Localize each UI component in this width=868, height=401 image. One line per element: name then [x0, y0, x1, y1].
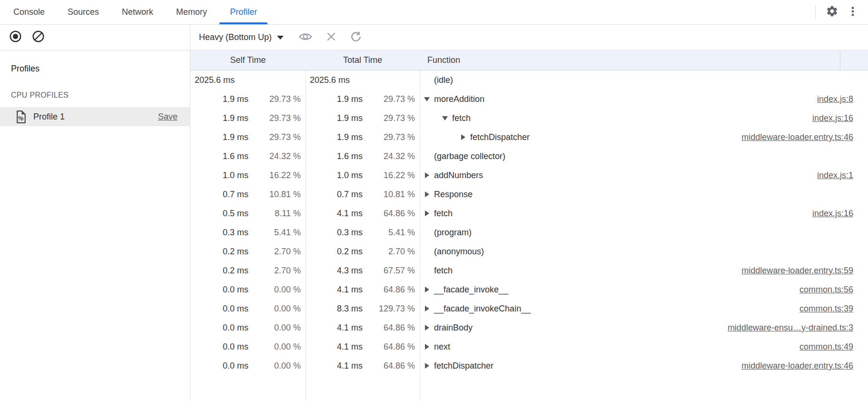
- function-cell: __facade_invoke__common.ts:56: [420, 280, 868, 299]
- cpu-profiles-section-title: CPU PROFILES: [11, 91, 190, 100]
- time-value: 1.9 ms: [190, 94, 248, 104]
- source-link[interactable]: middleware-loader.entry.ts:46: [741, 132, 868, 142]
- time-value: 2025.6 ms: [306, 75, 363, 85]
- time-value: 0.7 ms: [190, 190, 248, 200]
- time-value: 0.5 ms: [190, 209, 248, 219]
- profile-list-item[interactable]: % Profile 1 Save: [0, 107, 190, 126]
- source-link[interactable]: index.js:1: [817, 170, 868, 180]
- triangle-down-icon[interactable]: [424, 96, 434, 102]
- source-link[interactable]: common.ts:56: [799, 285, 868, 295]
- percent-value: 24.32 %: [248, 151, 301, 161]
- percent-value: 67.57 %: [363, 266, 415, 276]
- function-name: (anonymous): [434, 247, 484, 257]
- column-header-function[interactable]: Function: [420, 55, 868, 65]
- tab-sources[interactable]: Sources: [56, 0, 110, 24]
- source-link[interactable]: middleware-loader.entry.ts:46: [741, 361, 868, 371]
- tree-row[interactable]: 0.0 ms0.00 %4.1 ms64.86 %nextcommon.ts:4…: [190, 337, 868, 356]
- source-link[interactable]: common.ts:49: [799, 342, 868, 352]
- time-value: 1.6 ms: [190, 151, 248, 161]
- time-value: 1.9 ms: [306, 94, 363, 104]
- triangle-right-icon[interactable]: [424, 362, 434, 369]
- source-link[interactable]: index.js:8: [817, 94, 868, 104]
- percent-value: 0.00 %: [248, 342, 301, 352]
- view-mode-dropdown[interactable]: Heavy (Bottom Up): [199, 32, 284, 42]
- function-name: (garbage collector): [434, 151, 505, 161]
- triangle-right-icon[interactable]: [424, 324, 434, 331]
- more-options-button[interactable]: [843, 3, 862, 22]
- tree-row[interactable]: 1.9 ms29.73 %1.9 ms29.73 %fetchDispatche…: [190, 128, 868, 147]
- tab-network[interactable]: Network: [110, 0, 165, 24]
- total-time-cell: 8.3 ms129.73 %: [306, 299, 420, 318]
- percent-value: 2.70 %: [248, 247, 301, 257]
- tab-memory[interactable]: Memory: [165, 0, 218, 24]
- column-header-total-time[interactable]: Total Time: [306, 55, 420, 65]
- percent-value: 0.00 %: [248, 304, 301, 314]
- grid-rows: 2025.6 ms2025.6 ms(idle)1.9 ms29.73 %1.9…: [190, 70, 868, 401]
- time-value: 1.9 ms: [190, 113, 248, 123]
- triangle-down-icon[interactable]: [442, 115, 452, 121]
- triangle-right-icon[interactable]: [424, 191, 434, 198]
- triangle-right-icon[interactable]: [424, 305, 434, 312]
- percent-document-icon: %: [15, 110, 27, 124]
- total-time-cell: 2025.6 ms: [306, 70, 420, 90]
- triangle-right-icon[interactable]: [424, 343, 434, 350]
- delete-profile-button[interactable]: [322, 28, 341, 47]
- source-link[interactable]: middleware-loader.entry.ts:59: [741, 266, 868, 276]
- triangle-right-icon[interactable]: [460, 134, 470, 140]
- arrow-spacer: [424, 248, 434, 255]
- tree-row[interactable]: 1.9 ms29.73 %1.9 ms29.73 %moreAdditionin…: [190, 90, 868, 109]
- tree-row[interactable]: 0.0 ms0.00 %4.1 ms64.86 %drainBodymiddle…: [190, 318, 868, 337]
- save-profile-link[interactable]: Save: [158, 112, 178, 122]
- source-link[interactable]: common.ts:39: [799, 304, 868, 314]
- eye-icon: [298, 31, 313, 44]
- triangle-right-icon[interactable]: [424, 172, 434, 179]
- tree-row[interactable]: 0.0 ms0.00 %4.1 ms64.86 %fetchDispatcher…: [190, 356, 868, 375]
- clear-profiles-button[interactable]: [29, 28, 48, 47]
- record-profile-button[interactable]: [6, 28, 25, 47]
- tree-row[interactable]: 0.0 ms0.00 %4.1 ms64.86 %__facade_invoke…: [190, 280, 868, 299]
- function-cell: fetchmiddleware-loader.entry.ts:59: [420, 261, 868, 280]
- settings-button[interactable]: [822, 3, 841, 22]
- preview-button[interactable]: [296, 28, 315, 47]
- devtools-profiler-panel: ConsoleSourcesNetworkMemoryProfiler: [0, 0, 868, 401]
- tree-row[interactable]: 1.6 ms24.32 %1.6 ms24.32 %(garbage colle…: [190, 147, 868, 166]
- grid-header: Self Time Total Time Function: [190, 50, 868, 70]
- time-value: 0.2 ms: [306, 247, 363, 257]
- time-value: 0.0 ms: [190, 361, 248, 371]
- source-link[interactable]: index.js:16: [812, 113, 868, 123]
- percent-value: 64.86 %: [363, 285, 415, 295]
- tree-row[interactable]: 0.0 ms0.00 %8.3 ms129.73 %__facade_invok…: [190, 299, 868, 318]
- tab-console[interactable]: Console: [2, 0, 56, 24]
- function-name: fetchDispatcher: [470, 132, 530, 142]
- time-value: 1.0 ms: [190, 170, 248, 180]
- function-name: fetch: [434, 266, 453, 276]
- time-value: 0.0 ms: [190, 285, 248, 295]
- percent-value: 29.73 %: [363, 132, 415, 142]
- tree-row[interactable]: 1.0 ms16.22 %1.0 ms16.22 %addNumbersinde…: [190, 166, 868, 185]
- time-value: 0.3 ms: [306, 228, 363, 238]
- tab-profiler[interactable]: Profiler: [218, 0, 268, 24]
- source-link[interactable]: index.js:16: [812, 209, 868, 219]
- total-time-cell: 4.1 ms64.86 %: [306, 280, 420, 299]
- arrow-spacer: [424, 229, 434, 236]
- column-header-self-time[interactable]: Self Time: [190, 55, 306, 65]
- function-cell: (garbage collector): [420, 147, 868, 166]
- reload-button[interactable]: [346, 28, 365, 47]
- percent-value: 64.86 %: [363, 209, 415, 219]
- tree-row[interactable]: 0.5 ms8.11 %4.1 ms64.86 %fetchindex.js:1…: [190, 204, 868, 223]
- triangle-right-icon[interactable]: [424, 210, 434, 217]
- tree-row[interactable]: 2025.6 ms2025.6 ms(idle): [190, 70, 868, 90]
- tree-row[interactable]: 0.7 ms10.81 %0.7 ms10.81 %Response: [190, 185, 868, 204]
- devtools-tab-bar: ConsoleSourcesNetworkMemoryProfiler: [0, 0, 868, 25]
- tree-row[interactable]: 0.2 ms2.70 %4.3 ms67.57 %fetchmiddleware…: [190, 261, 868, 280]
- header-right-divider: [840, 50, 840, 70]
- self-time-cell: 2025.6 ms: [190, 70, 306, 90]
- triangle-right-icon[interactable]: [424, 286, 434, 293]
- tree-row[interactable]: 0.2 ms2.70 %0.2 ms2.70 %(anonymous): [190, 242, 868, 261]
- tree-row[interactable]: 1.9 ms29.73 %1.9 ms29.73 %fetchindex.js:…: [190, 109, 868, 128]
- source-link[interactable]: middleware-ensu…y-drained.ts:3: [728, 323, 868, 333]
- tree-row[interactable]: 0.3 ms5.41 %0.3 ms5.41 %(program): [190, 223, 868, 242]
- self-time-cell: 0.5 ms8.11 %: [190, 204, 306, 223]
- percent-value: 29.73 %: [248, 132, 301, 142]
- caret-down-icon: [277, 36, 284, 40]
